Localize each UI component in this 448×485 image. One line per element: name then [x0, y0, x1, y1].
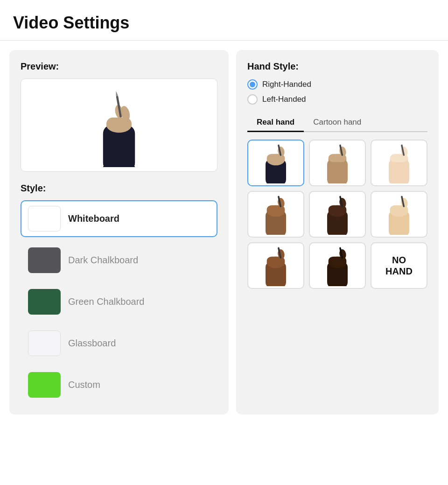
dark-chalkboard-label: Dark Chalkboard: [68, 255, 138, 266]
hand-svg-5: [321, 194, 354, 235]
radio-right-handed[interactable]: Right-Handed: [247, 79, 427, 90]
tab-bar: Real hand Cartoon hand: [247, 114, 427, 132]
hand-svg-6: [383, 194, 415, 235]
hand-cell-2[interactable]: [309, 140, 366, 186]
style-item-green-chalkboard[interactable]: Green Chalkboard: [21, 283, 217, 320]
green-chalkboard-swatch: [28, 289, 61, 315]
glassboard-swatch: [28, 330, 61, 356]
hand-svg-4: [259, 194, 292, 235]
style-item-glassboard[interactable]: Glassboard: [21, 325, 217, 362]
svg-marker-7: [115, 91, 118, 96]
hand-svg-3: [383, 142, 415, 183]
radio-right-handed-label: Right-Handed: [262, 80, 311, 89]
tab-real-hand[interactable]: Real hand: [247, 114, 304, 132]
right-panel: Hand Style: Right-Handed Left-Handed Rea…: [236, 50, 439, 415]
style-item-whiteboard[interactable]: Whiteboard: [21, 200, 217, 237]
whiteboard-label: Whiteboard: [68, 213, 119, 224]
glassboard-label: Glassboard: [68, 338, 116, 349]
preview-label: Preview:: [21, 61, 217, 72]
tab-cartoon-hand[interactable]: Cartoon hand: [304, 114, 371, 132]
hand-cell-no-hand[interactable]: NOHAND: [371, 242, 427, 289]
page-title: Video Settings: [13, 13, 435, 33]
hand-svg-8: [321, 245, 354, 286]
hand-svg-2: [321, 142, 354, 183]
hand-svg-7: [259, 245, 292, 286]
hand-style-label: Hand Style:: [247, 61, 427, 72]
style-list: Whiteboard Dark Chalkboard Green Chalkbo…: [21, 200, 217, 403]
style-label: Style:: [21, 183, 217, 194]
hand-cell-7[interactable]: [247, 242, 304, 289]
preview-hand-image: [91, 83, 147, 167]
hand-svg-1: [259, 142, 292, 183]
hand-cell-1[interactable]: [247, 140, 304, 186]
style-item-custom[interactable]: Custom: [21, 366, 217, 403]
left-panel: Preview:: [9, 50, 229, 415]
custom-swatch: [28, 372, 61, 398]
hand-cell-5[interactable]: [309, 191, 366, 238]
page-header: Video Settings: [0, 0, 448, 41]
radio-group: Right-Handed Left-Handed: [247, 79, 427, 105]
style-item-dark-chalkboard[interactable]: Dark Chalkboard: [21, 242, 217, 279]
hand-cell-4[interactable]: [247, 191, 304, 238]
whiteboard-swatch: [28, 206, 61, 232]
radio-right-handed-circle: [247, 79, 258, 90]
hand-cell-3[interactable]: [371, 140, 427, 186]
green-chalkboard-label: Green Chalkboard: [68, 296, 144, 307]
hand-cell-8[interactable]: [309, 242, 366, 289]
preview-box: [21, 78, 217, 172]
dark-chalkboard-swatch: [28, 247, 61, 273]
radio-left-handed-label: Left-Handed: [262, 95, 306, 104]
radio-left-handed[interactable]: Left-Handed: [247, 94, 427, 105]
radio-left-handed-circle: [247, 94, 258, 105]
main-content: Preview:: [0, 41, 448, 424]
custom-label: Custom: [68, 380, 100, 390]
hand-cell-6[interactable]: [371, 191, 427, 238]
no-hand-label: NOHAND: [385, 254, 413, 277]
hand-grid: NOHAND: [247, 140, 427, 289]
